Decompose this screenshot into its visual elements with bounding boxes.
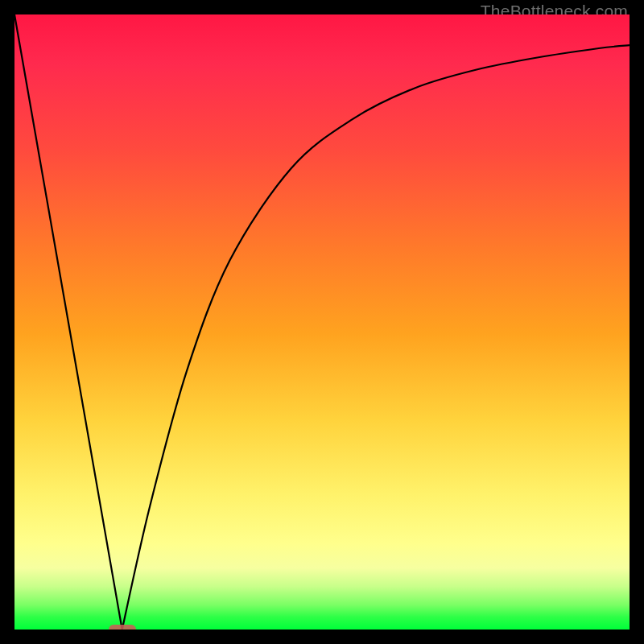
bottleneck-curve [14, 14, 630, 630]
minimum-marker [109, 625, 136, 630]
plot-area [14, 14, 630, 630]
chart-frame: TheBottleneck.com [0, 0, 644, 644]
curve-svg [14, 14, 630, 630]
